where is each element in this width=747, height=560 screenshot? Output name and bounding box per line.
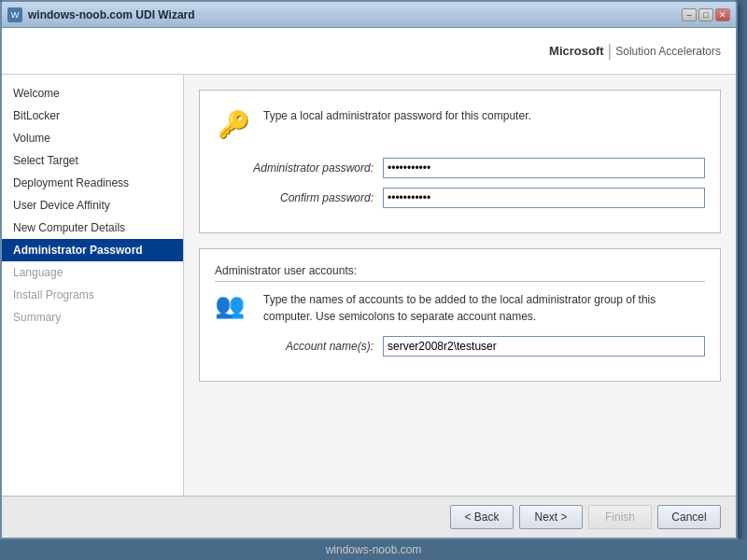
main-content: 🔑 Type a local administrator password fo… xyxy=(184,75,736,496)
back-button[interactable]: < Back xyxy=(450,505,514,529)
admin-password-label: Administrator password: xyxy=(215,161,383,175)
sidebar-item-language[interactable]: Language xyxy=(2,261,183,284)
accounts-section: Administrator user accounts: 👥 Type the … xyxy=(199,248,721,382)
admin-password-row: Administrator password: xyxy=(215,158,705,178)
ms-brand-divider: | xyxy=(608,41,613,61)
content-area: Welcome BitLocker Volume Select Target D… xyxy=(2,75,736,496)
close-button[interactable]: ✕ xyxy=(715,8,730,21)
header-bar: Microsoft | Solution Accelerators xyxy=(2,28,736,75)
sidebar-item-select-target[interactable]: Select Target xyxy=(2,149,183,172)
password-section: 🔑 Type a local administrator password fo… xyxy=(199,90,721,233)
maximize-button[interactable]: □ xyxy=(698,8,713,21)
ms-logo: Microsoft | Solution Accelerators xyxy=(549,41,721,61)
accounts-header-row: 👥 Type the names of accounts to be added… xyxy=(215,291,705,325)
finish-button[interactable]: Finish xyxy=(588,505,652,529)
users-icon: 👥 xyxy=(215,291,245,320)
sidebar-item-deployment-readiness[interactable]: Deployment Readiness xyxy=(2,172,183,194)
account-name-label: Account name(s): xyxy=(215,340,383,353)
confirm-password-input[interactable] xyxy=(383,188,705,208)
ms-brand-bold: Microsoft xyxy=(549,44,604,58)
sidebar-item-install-programs[interactable]: Install Programs xyxy=(2,284,183,306)
cancel-button[interactable]: Cancel xyxy=(657,505,721,529)
title-bar: W windows-noob.com UDI Wizard – □ ✕ xyxy=(2,2,736,28)
confirm-password-row: Confirm password: xyxy=(215,188,705,208)
account-name-row: Account name(s): xyxy=(215,336,705,357)
sidebar-item-volume[interactable]: Volume xyxy=(2,127,183,149)
accounts-desc: Type the names of accounts to be added t… xyxy=(263,291,655,325)
app-icon: W xyxy=(7,7,22,22)
ms-brand-sub: Solution Accelerators xyxy=(615,45,721,58)
sidebar-item-new-computer-details[interactable]: New Computer Details xyxy=(2,217,183,239)
sidebar-item-user-device-affinity[interactable]: User Device Affinity xyxy=(2,194,183,217)
window-controls: – □ ✕ xyxy=(682,8,730,21)
password-desc: Type a local administrator password for … xyxy=(263,105,531,122)
watermark: windows-noob.com xyxy=(0,539,747,560)
sidebar-item-administrator-password[interactable]: Administrator Password xyxy=(2,239,183,261)
minimize-button[interactable]: – xyxy=(682,8,697,21)
password-header-row: 🔑 Type a local administrator password fo… xyxy=(215,105,705,143)
window-title: windows-noob.com UDI Wizard xyxy=(28,8,195,21)
sidebar-item-bitlocker[interactable]: BitLocker xyxy=(2,105,183,127)
accounts-group-label: Administrator user accounts: xyxy=(215,264,705,282)
footer: < Back Next > Finish Cancel xyxy=(2,496,736,538)
key-icon: 🔑 xyxy=(215,105,252,143)
admin-password-input[interactable] xyxy=(383,158,705,178)
next-button[interactable]: Next > xyxy=(519,505,583,529)
confirm-password-label: Confirm password: xyxy=(215,191,383,204)
sidebar-item-welcome[interactable]: Welcome xyxy=(2,82,183,105)
sidebar: Welcome BitLocker Volume Select Target D… xyxy=(2,75,184,496)
account-name-input[interactable] xyxy=(383,336,705,357)
sidebar-item-summary[interactable]: Summary xyxy=(2,306,183,329)
